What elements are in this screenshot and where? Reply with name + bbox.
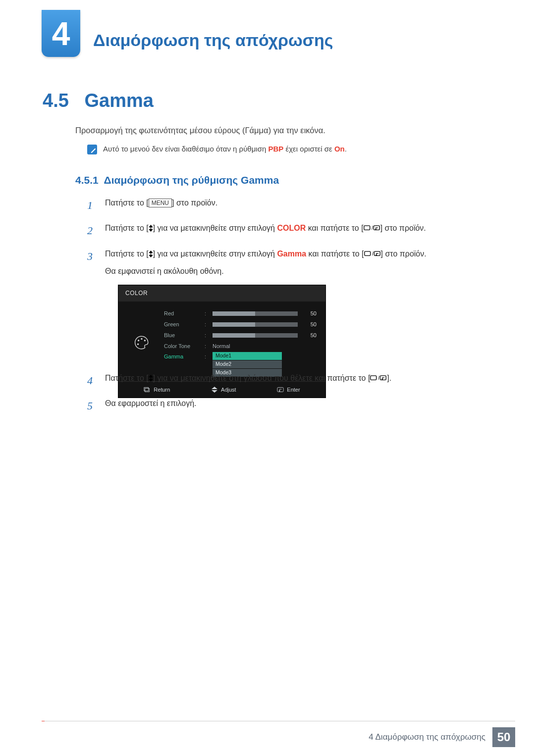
svg-point-17 <box>137 344 139 345</box>
step-1-number: 1 <box>87 196 96 214</box>
note-on: On <box>334 145 345 153</box>
osd-label-red: Red <box>164 309 200 318</box>
svg-rect-9 <box>151 252 151 255</box>
subsection-heading: 4.5.1 Διαμόρφωση της ρύθμισης Gamma <box>75 174 279 186</box>
footer-rule <box>42 721 515 721</box>
step-5: 5 Θα εφαρμοστεί η επιλογή. <box>87 397 488 415</box>
note-mid: έχει οριστεί σε <box>283 145 334 153</box>
page-number: 50 <box>492 727 515 747</box>
footer-accent <box>42 721 45 721</box>
chapter-header: 4 Διαμόρφωση της απόχρωσης <box>42 10 333 57</box>
osd-gamma-mode1: Mode1 <box>213 352 282 360</box>
step-4-text-c: ]. <box>387 374 391 382</box>
osd-slider-red <box>213 311 298 316</box>
osd-value-colortone: Normal <box>213 342 230 351</box>
osd-value-blue: 50 <box>303 331 317 340</box>
osd-title: COLOR <box>118 285 325 301</box>
enter-icon: / <box>364 251 381 257</box>
svg-rect-27 <box>371 376 376 380</box>
up-down-icon <box>149 375 153 382</box>
svg-point-14 <box>138 340 139 341</box>
step-1-text-a: Πατήστε το [ <box>105 199 149 207</box>
step-2: 2 Πατήστε το [] για να μετακινηθείτε στη… <box>87 221 488 240</box>
section-title: Gamma <box>85 90 154 111</box>
svg-point-15 <box>141 338 142 340</box>
step-3-text-d: ] στο προϊόν. <box>381 250 427 258</box>
svg-rect-26 <box>151 377 151 379</box>
step-1: 1 Πατήστε το [MENU] στο προϊόν. <box>87 196 488 214</box>
osd-row-blue: Blue : 50 <box>164 330 317 341</box>
step-3-text-a: Πατήστε το [ <box>105 250 149 258</box>
step-2-text-b: ] για να μετακινηθείτε στην επιλογή <box>153 224 277 232</box>
steps-lower: 4 Πατήστε το [] για να μετακινηθείτε στη… <box>87 371 488 422</box>
section-intro: Προσαρμογή της φωτεινότητας μέσου εύρους… <box>75 126 325 135</box>
svg-rect-2 <box>151 227 151 230</box>
step-4-text-a: Πατήστε το [ <box>105 374 149 382</box>
osd-gamma-mode2: Mode2 <box>213 360 282 368</box>
subsection-title: Διαμόρφωση της ρύθμισης Gamma <box>104 174 279 186</box>
up-down-icon <box>149 251 153 257</box>
footer-text: 4 Διαμόρφωση της απόχρωσης <box>369 732 485 742</box>
enter-icon: / <box>364 225 380 232</box>
svg-point-16 <box>144 340 146 341</box>
step-5-number: 5 <box>87 397 96 415</box>
note-pbp: PBP <box>268 145 283 153</box>
step-3-text-b: ] για να μετακινηθείτε στην επιλογή <box>153 250 277 258</box>
step-2-text-d: ] στο προϊόν. <box>380 224 426 232</box>
section-heading: 4.5 Gamma <box>43 90 154 111</box>
step-1-text-b: ] στο προϊόν. <box>172 199 217 207</box>
enter-icon: / <box>370 375 387 382</box>
step-5-text: Θα εφαρμοστεί η επιλογή. <box>105 397 197 415</box>
step-2-number: 2 <box>87 221 96 240</box>
osd-palette-icon <box>127 308 156 377</box>
chapter-number-badge: 4 <box>42 10 80 57</box>
step-4: 4 Πατήστε το [] για να μετακινηθείτε στη… <box>87 371 488 390</box>
osd-row-green: Green : 50 <box>164 319 317 330</box>
page-footer: 4 Διαμόρφωση της απόχρωσης 50 <box>369 727 515 747</box>
note-text: Αυτό το μενού δεν είναι διαθέσιμο όταν η… <box>103 145 347 153</box>
chapter-title: Διαμόρφωση της απόχρωσης <box>93 31 333 57</box>
section-number: 4.5 <box>43 90 69 111</box>
step-3-text-e: Θα εμφανιστεί η ακόλουθη οθόνη. <box>105 264 427 278</box>
svg-text:/: / <box>372 226 373 231</box>
note-pre: Αυτό το μενού δεν είναι διαθέσιμο όταν η… <box>103 145 268 153</box>
svg-text:/: / <box>372 251 374 256</box>
svg-text:/: / <box>378 375 380 381</box>
osd-row-colortone: Color Tone : Normal <box>164 341 317 352</box>
step-4-text-b: ] για να μετακινηθείτε στη γλώσσα που θέ… <box>153 374 371 382</box>
step-3-keyword: Gamma <box>277 250 306 258</box>
osd-slider-green <box>213 322 298 327</box>
osd-row-red: Red : 50 <box>164 308 317 319</box>
osd-label-colortone: Color Tone <box>164 342 200 351</box>
osd-slider-blue <box>213 333 298 338</box>
osd-label-gamma: Gamma <box>164 352 200 361</box>
subsection-number: 4.5.1 <box>75 174 99 186</box>
step-4-number: 4 <box>87 371 96 390</box>
step-2-keyword: COLOR <box>277 224 306 232</box>
step-2-text-c: και πατήστε το [ <box>306 224 363 232</box>
menu-button-glyph: MENU <box>149 199 172 207</box>
osd-value-red: 50 <box>303 309 317 318</box>
svg-rect-10 <box>364 252 370 256</box>
step-2-text-a: Πατήστε το [ <box>105 224 149 232</box>
note-icon <box>87 145 97 154</box>
up-down-icon <box>149 225 153 232</box>
osd-value-green: 50 <box>303 320 317 329</box>
osd-label-green: Green <box>164 320 200 329</box>
note-post: . <box>345 145 347 153</box>
step-3-text-c: και πατήστε το [ <box>306 250 364 258</box>
svg-rect-3 <box>364 226 370 230</box>
osd-label-blue: Blue <box>164 331 200 340</box>
note: Αυτό το μενού δεν είναι διαθέσιμο όταν η… <box>87 145 347 154</box>
